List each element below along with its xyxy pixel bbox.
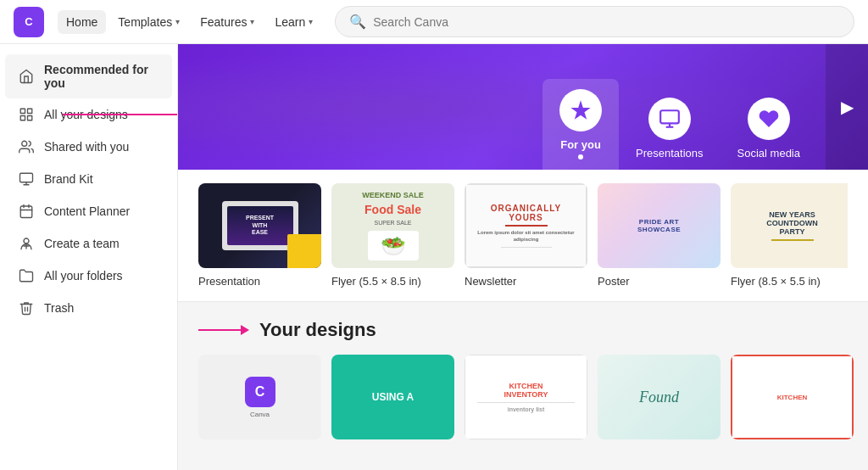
newsletter-thumb-bg: ORGANICALLYYOURS Lorem ipsum dolor sit a… xyxy=(465,183,587,268)
banner-item-social-media[interactable]: Social media xyxy=(721,87,817,170)
template-flyer2-label: Flyer (8.5 × 5.5 in) xyxy=(731,275,848,288)
banner-item-presentations[interactable]: Presentations xyxy=(619,87,721,170)
designs-arrow-annotation xyxy=(198,325,249,335)
design-3-thumb: KITCHENINVENTORY inventory list xyxy=(465,355,587,439)
arrow-line xyxy=(63,114,178,115)
main-nav: Home Templates ▾ Features ▾ Learn ▾ xyxy=(58,10,321,34)
design-card-4[interactable]: Found xyxy=(598,355,721,445)
svg-rect-1 xyxy=(28,109,32,113)
template-newsletter-label: Newsletter xyxy=(465,275,587,288)
svg-point-4 xyxy=(22,141,27,146)
search-bar[interactable]: 🔍 xyxy=(335,6,854,37)
banner-next-icon[interactable]: ▶ xyxy=(826,44,868,170)
svg-rect-0 xyxy=(20,109,25,113)
template-poster-label: Poster xyxy=(598,275,721,288)
nav-home[interactable]: Home xyxy=(58,10,106,34)
canva-logo[interactable]: C xyxy=(14,7,44,37)
newsletter-body: Lorem ipsum dolor sit amet consectetur a… xyxy=(473,229,579,243)
template-poster[interactable]: Pride ArtShowcase Poster xyxy=(598,183,721,288)
flyer2-line xyxy=(771,239,814,241)
svg-rect-3 xyxy=(28,116,32,120)
template-flyer2[interactable]: NEW YEARSCOUNTDOWNPARTY Flyer (8.5 × 5.5… xyxy=(731,183,848,288)
design-card-5[interactable]: KITCHEN xyxy=(731,355,854,445)
sidebar-item-trash[interactable]: Trash xyxy=(5,292,172,324)
nav-templates-label: Templates xyxy=(118,15,172,29)
designs-header: Your designs xyxy=(198,319,848,341)
sidebar-content-label: Content Planner xyxy=(44,204,130,218)
folder-icon xyxy=(19,268,34,283)
for-you-label: For you xyxy=(560,138,601,151)
nav-features[interactable]: Features ▾ xyxy=(192,10,263,34)
sidebar-item-brand[interactable]: Brand Kit xyxy=(5,163,172,195)
sidebar-item-shared[interactable]: Shared with you xyxy=(5,131,172,163)
designs-arrow-head-icon xyxy=(241,325,249,335)
template-flyer1[interactable]: WEEKEND SALE Food Sale SUPER SALE 🥗 Flye… xyxy=(331,183,454,288)
presentations-icon-circle xyxy=(648,98,691,140)
features-chevron-icon: ▾ xyxy=(250,17,254,26)
design-card-1[interactable]: C Canva xyxy=(198,355,321,445)
template-presentation-label: Presentation xyxy=(198,275,321,288)
sidebar-item-create-team[interactable]: Create a team xyxy=(5,227,172,260)
canva-logo-thumb: C xyxy=(245,377,275,407)
nav-templates[interactable]: Templates ▾ xyxy=(109,10,188,34)
template-flyer2-thumb: NEW YEARSCOUNTDOWNPARTY xyxy=(731,183,848,268)
template-presentation-thumb: PRESENTWITHEASE xyxy=(198,183,321,268)
app-header: C Home Templates ▾ Features ▾ Learn ▾ 🔍 xyxy=(0,0,868,44)
design-4-thumb: Found xyxy=(598,355,721,439)
sidebar: Recommended for you All your designs Sha… xyxy=(0,44,178,470)
sidebar-trash-label: Trash xyxy=(44,301,74,315)
main-content: ▶ For you xyxy=(178,44,868,470)
social-media-label: Social media xyxy=(737,147,800,159)
svg-point-10 xyxy=(24,238,29,243)
sidebar-team-label: Create a team xyxy=(44,237,120,250)
canva-sub: Canva xyxy=(250,411,270,418)
presentation-thumb-bg: PRESENTWITHEASE xyxy=(198,183,321,268)
newsletter-line xyxy=(501,247,552,248)
banner-item-for-you[interactable]: For you xyxy=(542,79,619,170)
sidebar-item-recommended[interactable]: Recommended for you xyxy=(5,54,172,98)
sidebar-item-content-planner[interactable]: Content Planner xyxy=(5,195,172,227)
flyer-sub-text: SUPER SALE xyxy=(375,220,412,226)
banner-items: For you Presentations xyxy=(542,79,817,170)
search-icon: 🔍 xyxy=(349,14,366,30)
monitor-icon xyxy=(659,108,681,130)
search-input[interactable] xyxy=(373,15,840,29)
designs-section: Your designs C Canva USING A xyxy=(178,302,868,462)
poster-text-block: Pride ArtShowcase xyxy=(637,218,681,233)
nav-learn-label: Learn xyxy=(275,15,305,29)
flyer-main-text: Food Sale xyxy=(364,203,421,216)
newsletter-title: ORGANICALLYYOURS xyxy=(491,204,561,222)
design-card-3[interactable]: KITCHENINVENTORY inventory list xyxy=(465,355,587,445)
svg-rect-6 xyxy=(20,206,32,218)
design-5-bg: KITCHEN xyxy=(731,355,854,439)
flyer-image-placeholder: 🥗 xyxy=(368,231,419,260)
svg-rect-5 xyxy=(20,173,33,182)
home-icon xyxy=(19,69,34,84)
design-2-thumb: USING A xyxy=(331,355,454,439)
sidebar-item-all-designs[interactable]: All your designs xyxy=(5,98,172,131)
poster-thumb-bg: Pride ArtShowcase xyxy=(598,183,721,268)
templates-grid: PRESENTWITHEASE Presentation WEEKEND SAL… xyxy=(198,183,848,288)
designs-grid: C Canva USING A KITCHENI xyxy=(198,355,848,445)
sidebar-shared-label: Shared with you xyxy=(44,140,129,154)
logo-text: C xyxy=(25,15,32,28)
main-layout: Recommended for you All your designs Sha… xyxy=(0,44,868,470)
template-presentation[interactable]: PRESENTWITHEASE Presentation xyxy=(198,183,321,288)
sidebar-item-folders[interactable]: All your folders xyxy=(5,260,172,292)
heart-icon xyxy=(758,108,780,130)
template-poster-thumb: Pride ArtShowcase xyxy=(598,183,721,268)
laptop-screen-text: PRESENTWITHEASE xyxy=(246,215,274,236)
design-3-bg: KITCHENINVENTORY inventory list xyxy=(465,355,587,439)
nav-home-label: Home xyxy=(66,15,97,29)
templates-section: PRESENTWITHEASE Presentation WEEKEND SAL… xyxy=(178,170,868,302)
poster-title: Pride ArtShowcase xyxy=(637,218,681,233)
design-card-2[interactable]: USING A xyxy=(331,355,454,445)
templates-chevron-icon: ▾ xyxy=(175,17,180,26)
yellow-accent xyxy=(287,234,321,268)
users-icon xyxy=(19,139,34,154)
template-newsletter[interactable]: ORGANICALLYYOURS Lorem ipsum dolor sit a… xyxy=(465,183,587,288)
kitchen-title: KITCHENINVENTORY xyxy=(504,382,548,399)
svg-rect-13 xyxy=(660,110,679,123)
nav-learn[interactable]: Learn ▾ xyxy=(266,10,321,34)
social-media-icon-circle xyxy=(748,98,790,140)
